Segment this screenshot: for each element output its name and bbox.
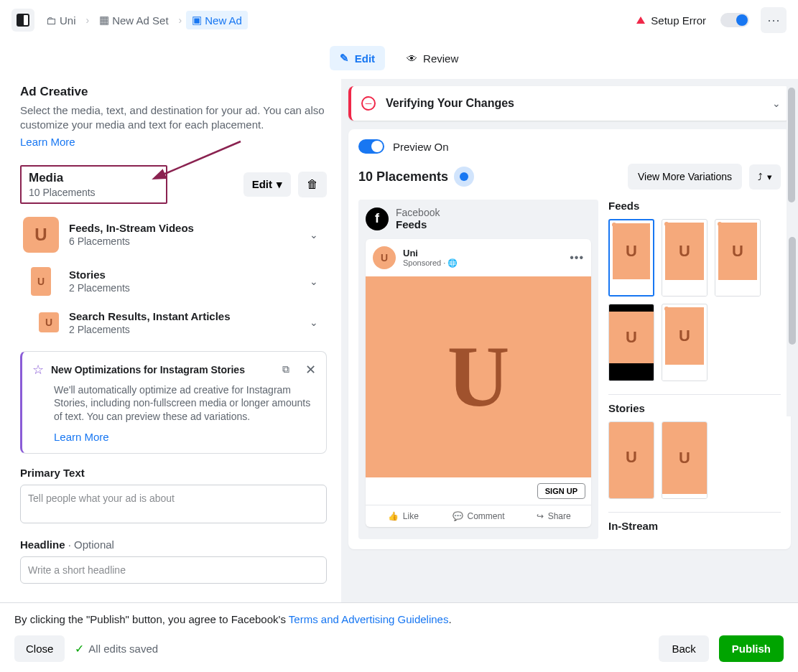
back-button[interactable]: Back xyxy=(659,635,708,662)
placement-name: Feeds, In-Stream Videos xyxy=(69,222,194,234)
tab-edit[interactable]: ✎ Edit xyxy=(330,46,385,70)
media-section-highlight: Media 10 Placements xyxy=(20,165,167,204)
media-edit-button[interactable]: Edit ▾ xyxy=(243,172,291,197)
placement-sub: 6 Placements xyxy=(69,235,194,247)
eye-icon: 👁 xyxy=(407,52,417,65)
info-body: We'll automatically optimize ad creative… xyxy=(54,383,316,424)
chevron-right-icon: › xyxy=(179,14,182,26)
footer-agreement: By clicking the "Publish" button, you ag… xyxy=(14,613,784,625)
close-icon[interactable]: ✕ xyxy=(305,362,316,378)
preview-toggle[interactable] xyxy=(358,139,384,154)
caret-down-icon: ▾ xyxy=(767,172,772,182)
preview-on-label: Preview On xyxy=(393,141,449,153)
chevron-down-icon: ⌄ xyxy=(310,276,318,287)
primary-text-input[interactable] xyxy=(20,485,327,523)
thumbnail-icon: U xyxy=(23,217,59,253)
pulse-indicator-icon xyxy=(460,172,468,181)
breadcrumb-ad-label: New Ad xyxy=(205,14,242,27)
like-button[interactable]: 👍Like xyxy=(366,505,441,527)
instream-section-title: In-Stream xyxy=(608,520,781,532)
placement-thumb[interactable]: U xyxy=(608,304,654,381)
media-subtitle: 10 Placements xyxy=(29,187,159,198)
placement-sub: 2 Placements xyxy=(69,282,130,294)
placement-group-search[interactable]: U Search Results, Instant Articles 2 Pla… xyxy=(20,303,327,342)
media-edit-label: Edit xyxy=(252,178,272,190)
divider xyxy=(608,394,781,395)
breadcrumb: 🗀 Uni › ▦ New Ad Set › ▣ New Ad xyxy=(40,11,248,29)
headline-input[interactable] xyxy=(20,556,327,584)
brand-avatar: U xyxy=(373,246,396,269)
star-icon: ☆ xyxy=(32,362,44,378)
feedback-icon[interactable]: ⧉ xyxy=(282,363,289,375)
header-toggle[interactable] xyxy=(720,13,749,27)
primary-text-label: Primary Text xyxy=(20,467,327,479)
pencil-icon: ✎ xyxy=(340,52,349,65)
breadcrumb-adset-label: New Ad Set xyxy=(112,14,168,27)
ad-icon: ▣ xyxy=(192,14,202,27)
outer-scrollbar[interactable] xyxy=(787,72,798,607)
setup-error-label: Setup Error xyxy=(651,14,706,27)
minus-circle-icon: ─ xyxy=(361,96,376,111)
placement-sub: 2 Placements xyxy=(69,324,231,335)
tab-review-label: Review xyxy=(423,52,458,65)
placement-thumb[interactable]: U xyxy=(662,421,707,499)
info-learn-more-link[interactable]: Learn More xyxy=(54,431,109,443)
comment-button[interactable]: 💬Comment xyxy=(441,505,516,527)
breadcrumb-campaign[interactable]: 🗀 Uni xyxy=(40,11,82,29)
verify-title: Verifying Your Changes xyxy=(386,97,514,110)
more-menu-button[interactable]: ⋯ xyxy=(761,7,787,33)
app-switcher-icon[interactable] xyxy=(11,9,34,32)
caret-down-icon: ▾ xyxy=(277,178,282,191)
close-button[interactable]: Close xyxy=(14,635,65,662)
learn-more-link[interactable]: Learn More xyxy=(20,136,75,148)
divider xyxy=(608,512,781,513)
headline-label: Headline · Optional xyxy=(20,538,327,551)
placement-thumb[interactable]: U xyxy=(608,421,654,499)
open-external-button[interactable]: ⤴ ▾ xyxy=(749,164,781,190)
verifying-changes-banner[interactable]: ─ Verifying Your Changes ⌄ xyxy=(348,86,791,121)
placement-thumb[interactable]: U xyxy=(608,219,654,297)
warning-triangle-icon xyxy=(636,17,645,24)
chevron-down-icon: ⌄ xyxy=(310,317,318,328)
placements-count: 10 Placements xyxy=(358,169,448,185)
brand-name: Uni xyxy=(403,248,458,258)
chevron-right-icon: › xyxy=(86,14,90,26)
media-title: Media xyxy=(29,171,159,185)
ad-menu-icon[interactable]: ••• xyxy=(570,251,584,264)
signup-button[interactable]: SIGN UP xyxy=(537,483,585,499)
placement-name: Search Results, Instant Articles xyxy=(69,310,231,322)
terms-link[interactable]: Terms and Advertising Guidelines xyxy=(289,613,449,625)
share-icon: ↪ xyxy=(537,511,544,521)
placement-thumb[interactable]: U xyxy=(715,219,761,297)
ad-creative-title: Ad Creative xyxy=(20,85,327,99)
placement-thumb[interactable]: U xyxy=(662,219,707,297)
placement-group-feeds[interactable]: U Feeds, In-Stream Videos 6 Placements ⌄ xyxy=(20,210,327,260)
ad-creative-desc: Select the media, text, and destination … xyxy=(20,103,327,133)
placement-group-stories[interactable]: U Stories 2 Placements ⌄ xyxy=(20,260,327,303)
ad-preview-main: f Facebook Feeds U Uni Sponsored · 🌐 xyxy=(358,200,598,539)
publish-button[interactable]: Publish xyxy=(719,635,784,662)
network-label: Facebook xyxy=(396,207,440,218)
setup-error-indicator[interactable]: Setup Error xyxy=(636,14,706,27)
tab-review[interactable]: 👁 Review xyxy=(396,46,468,70)
media-delete-button[interactable]: 🗑 xyxy=(298,172,327,197)
optimization-info-card: ☆ New Optimizations for Instagram Storie… xyxy=(20,351,327,454)
facebook-logo-icon: f xyxy=(366,207,389,230)
share-button[interactable]: ↪Share xyxy=(516,505,591,527)
breadcrumb-ad[interactable]: ▣ New Ad xyxy=(186,11,248,29)
view-more-variations-button[interactable]: View More Variations xyxy=(628,164,742,190)
folder-icon: 🗀 xyxy=(46,14,57,27)
preview-panel: Preview On 10 Placements View More Varia… xyxy=(348,129,791,549)
breadcrumb-adset[interactable]: ▦ New Ad Set xyxy=(93,11,174,29)
save-status-label: All edits saved xyxy=(88,643,158,655)
sponsored-label: Sponsored · 🌐 xyxy=(403,258,458,268)
network-sublabel: Feeds xyxy=(396,218,440,230)
placement-thumb[interactable]: U xyxy=(662,304,707,381)
comment-icon: 💬 xyxy=(453,511,463,521)
save-status: ✓ All edits saved xyxy=(75,642,158,655)
thumbnail-icon: U xyxy=(31,267,51,296)
thumb-up-icon: 👍 xyxy=(388,511,399,521)
feeds-section-title: Feeds xyxy=(608,200,781,212)
grid-icon: ▦ xyxy=(99,14,109,27)
chevron-down-icon: ⌄ xyxy=(310,229,318,241)
